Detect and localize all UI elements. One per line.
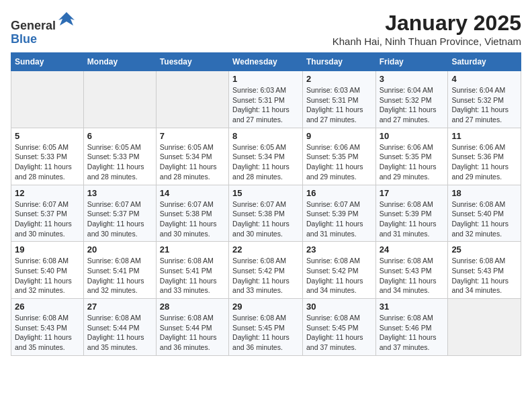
day-number: 1 [232, 74, 299, 84]
day-number: 13 [87, 188, 152, 198]
weekday-header-saturday: Saturday [448, 53, 521, 71]
logo-text: General [11, 11, 76, 33]
day-detail: Sunrise: 6:04 AMSunset: 5:32 PMDaylight:… [451, 85, 517, 125]
day-cell: 8Sunrise: 6:05 AMSunset: 5:34 PMDaylight… [229, 128, 303, 185]
day-cell: 23Sunrise: 6:08 AMSunset: 5:42 PMDayligh… [302, 242, 375, 299]
day-detail: Sunrise: 6:06 AMSunset: 5:36 PMDaylight:… [451, 142, 517, 182]
day-number: 22 [232, 244, 299, 255]
day-cell [156, 71, 228, 128]
day-detail: Sunrise: 6:03 AMSunset: 5:31 PMDaylight:… [306, 85, 372, 125]
day-cell: 19Sunrise: 6:08 AMSunset: 5:40 PMDayligh… [11, 242, 84, 299]
logo-blue-word: Blue [11, 32, 37, 46]
day-cell: 3Sunrise: 6:04 AMSunset: 5:32 PMDaylight… [375, 71, 448, 128]
weekday-header-friday: Friday [375, 53, 448, 71]
day-cell: 28Sunrise: 6:08 AMSunset: 5:44 PMDayligh… [156, 299, 228, 356]
day-cell: 31Sunrise: 6:08 AMSunset: 5:46 PMDayligh… [375, 299, 448, 356]
day-detail: Sunrise: 6:08 AMSunset: 5:42 PMDaylight:… [306, 256, 372, 295]
day-number: 5 [15, 131, 80, 141]
day-cell: 6Sunrise: 6:05 AMSunset: 5:33 PMDaylight… [83, 128, 156, 185]
day-detail: Sunrise: 6:08 AMSunset: 5:42 PMDaylight:… [232, 256, 299, 295]
day-cell: 29Sunrise: 6:08 AMSunset: 5:45 PMDayligh… [229, 299, 303, 356]
day-detail: Sunrise: 6:04 AMSunset: 5:32 PMDaylight:… [380, 85, 445, 125]
day-number: 6 [87, 131, 152, 141]
day-number: 29 [232, 302, 299, 312]
day-cell: 30Sunrise: 6:08 AMSunset: 5:45 PMDayligh… [302, 299, 375, 356]
day-detail: Sunrise: 6:06 AMSunset: 5:35 PMDaylight:… [306, 142, 372, 182]
day-number: 17 [380, 188, 445, 198]
logo-blue-text: Blue [11, 33, 76, 46]
day-detail: Sunrise: 6:08 AMSunset: 5:41 PMDaylight:… [160, 256, 225, 295]
day-number: 19 [15, 244, 80, 255]
page-header: General Blue January 2025 Khanh Hai, Nin… [11, 11, 521, 47]
day-number: 3 [380, 74, 445, 84]
day-number: 31 [380, 302, 445, 312]
weekday-header-sunday: Sunday [11, 53, 84, 71]
day-number: 25 [451, 244, 517, 255]
day-cell: 27Sunrise: 6:08 AMSunset: 5:44 PMDayligh… [83, 299, 156, 356]
day-detail: Sunrise: 6:03 AMSunset: 5:31 PMDaylight:… [232, 85, 299, 125]
calendar-header: SundayMondayTuesdayWednesdayThursdayFrid… [11, 53, 521, 71]
day-detail: Sunrise: 6:08 AMSunset: 5:43 PMDaylight:… [15, 313, 80, 353]
day-cell: 11Sunrise: 6:06 AMSunset: 5:36 PMDayligh… [448, 128, 521, 185]
day-cell: 21Sunrise: 6:08 AMSunset: 5:41 PMDayligh… [156, 242, 228, 299]
day-cell: 13Sunrise: 6:07 AMSunset: 5:37 PMDayligh… [83, 185, 156, 242]
day-cell: 5Sunrise: 6:05 AMSunset: 5:33 PMDaylight… [11, 128, 84, 185]
day-cell: 10Sunrise: 6:06 AMSunset: 5:35 PMDayligh… [375, 128, 448, 185]
day-number: 2 [306, 74, 372, 84]
day-detail: Sunrise: 6:05 AMSunset: 5:34 PMDaylight:… [160, 142, 225, 182]
day-cell [448, 299, 521, 356]
day-number: 7 [160, 131, 225, 141]
day-cell: 22Sunrise: 6:08 AMSunset: 5:42 PMDayligh… [229, 242, 303, 299]
day-detail: Sunrise: 6:08 AMSunset: 5:44 PMDaylight:… [87, 313, 152, 353]
day-cell: 17Sunrise: 6:08 AMSunset: 5:39 PMDayligh… [375, 185, 448, 242]
day-detail: Sunrise: 6:07 AMSunset: 5:38 PMDaylight:… [160, 199, 225, 239]
day-number: 20 [87, 244, 152, 255]
day-cell: 7Sunrise: 6:05 AMSunset: 5:34 PMDaylight… [156, 128, 228, 185]
weekday-header-monday: Monday [83, 53, 156, 71]
day-number: 8 [232, 131, 299, 141]
day-number: 12 [15, 188, 80, 198]
day-cell: 2Sunrise: 6:03 AMSunset: 5:31 PMDaylight… [302, 71, 375, 128]
day-cell: 24Sunrise: 6:08 AMSunset: 5:43 PMDayligh… [375, 242, 448, 299]
logo-bird-icon [57, 11, 76, 30]
day-cell: 26Sunrise: 6:08 AMSunset: 5:43 PMDayligh… [11, 299, 84, 356]
day-detail: Sunrise: 6:07 AMSunset: 5:37 PMDaylight:… [15, 199, 80, 239]
day-detail: Sunrise: 6:05 AMSunset: 5:33 PMDaylight:… [15, 142, 80, 182]
day-number: 9 [306, 131, 372, 141]
calendar-subtitle: Khanh Hai, Ninh Thuan Province, Vietnam [332, 36, 521, 47]
weekday-header-thursday: Thursday [302, 53, 375, 71]
day-number: 4 [451, 74, 517, 84]
day-detail: Sunrise: 6:08 AMSunset: 5:45 PMDaylight:… [232, 313, 299, 353]
calendar-title: January 2025 [332, 11, 521, 36]
day-detail: Sunrise: 6:08 AMSunset: 5:41 PMDaylight:… [87, 256, 152, 295]
day-detail: Sunrise: 6:05 AMSunset: 5:33 PMDaylight:… [87, 142, 152, 182]
weekday-row: SundayMondayTuesdayWednesdayThursdayFrid… [11, 53, 521, 71]
day-cell [83, 71, 156, 128]
calendar-body: 1Sunrise: 6:03 AMSunset: 5:31 PMDaylight… [11, 71, 521, 356]
day-number: 14 [160, 188, 225, 198]
day-number: 24 [380, 244, 445, 255]
week-row-3: 12Sunrise: 6:07 AMSunset: 5:37 PMDayligh… [11, 185, 521, 242]
day-detail: Sunrise: 6:07 AMSunset: 5:37 PMDaylight:… [87, 199, 152, 239]
weekday-header-wednesday: Wednesday [229, 53, 303, 71]
day-detail: Sunrise: 6:07 AMSunset: 5:38 PMDaylight:… [232, 199, 299, 239]
day-detail: Sunrise: 6:08 AMSunset: 5:44 PMDaylight:… [160, 313, 225, 353]
day-number: 10 [380, 131, 445, 141]
day-detail: Sunrise: 6:08 AMSunset: 5:40 PMDaylight:… [451, 199, 517, 239]
day-cell: 18Sunrise: 6:08 AMSunset: 5:40 PMDayligh… [448, 185, 521, 242]
logo-general: General [11, 19, 56, 32]
day-detail: Sunrise: 6:08 AMSunset: 5:46 PMDaylight:… [380, 313, 445, 353]
day-cell: 9Sunrise: 6:06 AMSunset: 5:35 PMDaylight… [302, 128, 375, 185]
day-detail: Sunrise: 6:08 AMSunset: 5:43 PMDaylight:… [380, 256, 445, 295]
day-number: 26 [15, 302, 80, 312]
title-block: January 2025 Khanh Hai, Ninh Thuan Provi… [332, 11, 521, 47]
day-cell: 16Sunrise: 6:07 AMSunset: 5:39 PMDayligh… [302, 185, 375, 242]
day-cell: 1Sunrise: 6:03 AMSunset: 5:31 PMDaylight… [229, 71, 303, 128]
day-number: 28 [160, 302, 225, 312]
day-number: 18 [451, 188, 517, 198]
day-cell: 25Sunrise: 6:08 AMSunset: 5:43 PMDayligh… [448, 242, 521, 299]
week-row-1: 1Sunrise: 6:03 AMSunset: 5:31 PMDaylight… [11, 71, 521, 128]
day-cell: 15Sunrise: 6:07 AMSunset: 5:38 PMDayligh… [229, 185, 303, 242]
day-detail: Sunrise: 6:08 AMSunset: 5:39 PMDaylight:… [380, 199, 445, 239]
day-cell: 20Sunrise: 6:08 AMSunset: 5:41 PMDayligh… [83, 242, 156, 299]
